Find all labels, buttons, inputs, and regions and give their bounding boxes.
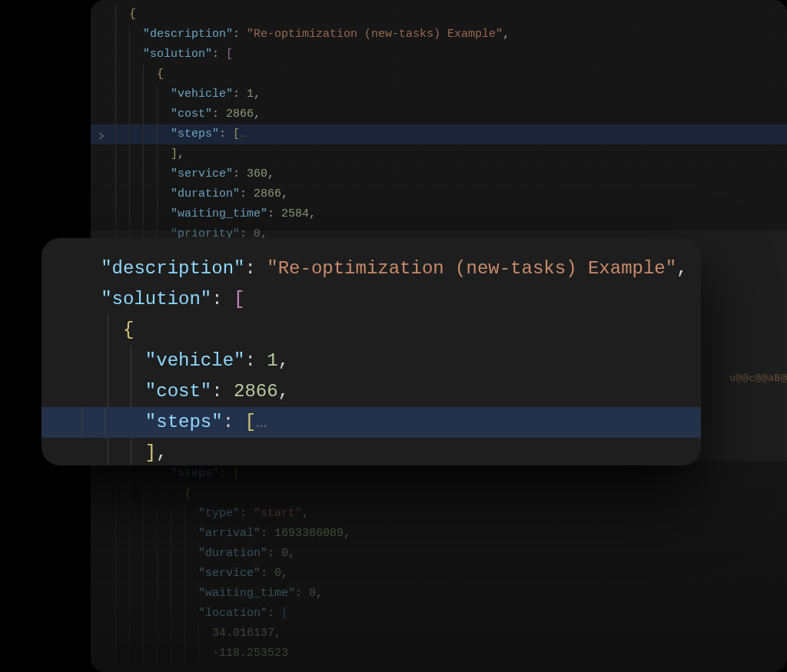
- code-line[interactable]: "description": "Re-optimization (new-tas…: [91, 25, 787, 45]
- code-line[interactable]: "type": "start",: [91, 504, 787, 524]
- code-line[interactable]: "waiting_time": 0,: [91, 584, 787, 604]
- code-line[interactable]: -118.253523: [91, 644, 787, 664]
- code-line[interactable]: ],: [91, 144, 787, 164]
- code-line-zoom: "cost": 2866,: [68, 376, 701, 407]
- code-line[interactable]: "location": [: [91, 604, 787, 624]
- code-line[interactable]: "cost": 2866,: [91, 104, 787, 124]
- code-line[interactable]: 34.016137,: [91, 624, 787, 644]
- code-line[interactable]: "solution": [: [91, 45, 787, 65]
- code-line-zoom: "description": "Re-optimization (new-tas…: [68, 253, 701, 284]
- edge-fragment-text: u@@c@@aB@: [729, 372, 787, 383]
- code-line-zoom: "vehicle": 1,: [68, 346, 701, 376]
- code-line[interactable]: {: [91, 484, 787, 504]
- code-line[interactable]: "vehicle": 1,: [91, 84, 787, 104]
- code-line[interactable]: "duration": 2866,: [91, 184, 787, 204]
- code-zoom-card: "description": "Re-optimization (new-tas…: [42, 238, 701, 465]
- code-line[interactable]: "service": 360,: [91, 164, 787, 184]
- code-line-zoom: "solution": [: [68, 284, 701, 315]
- code-line-zoom: ],: [68, 438, 701, 465]
- fold-chevron-icon[interactable]: [97, 128, 106, 137]
- code-line[interactable]: {: [91, 65, 787, 84]
- code-line-zoom: "steps": […: [42, 407, 701, 438]
- code-line[interactable]: {: [91, 5, 787, 25]
- code-line[interactable]: "steps": […: [91, 124, 787, 144]
- code-line[interactable]: "arrival": 1693386089,: [91, 524, 787, 544]
- code-line[interactable]: "service": 0,: [91, 564, 787, 584]
- code-line[interactable]: "waiting_time": 2584,: [91, 204, 787, 224]
- code-line[interactable]: "steps": [: [91, 464, 787, 484]
- code-line-zoom: {: [68, 315, 701, 346]
- code-line[interactable]: "duration": 0,: [91, 544, 787, 564]
